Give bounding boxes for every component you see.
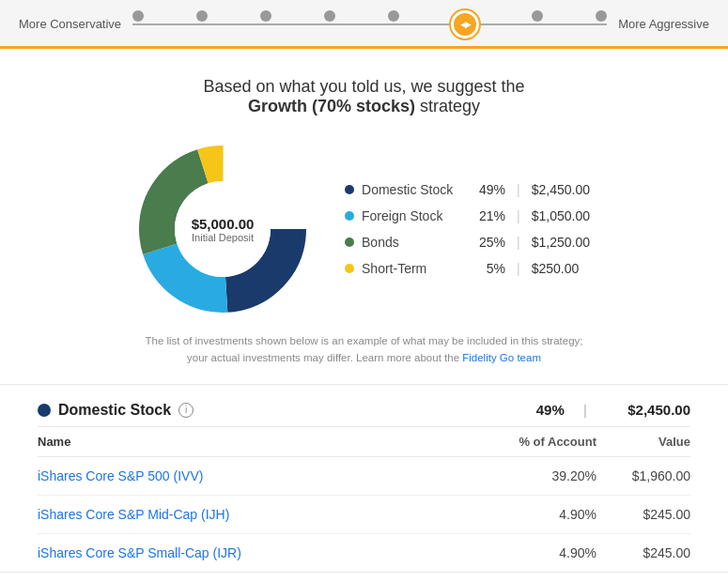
legend-dot-3 — [345, 264, 354, 273]
legend-name-0: Domestic Stock — [362, 182, 465, 197]
domestic-stock-header: Domestic Stock i 49% | $2,450.00 — [38, 385, 690, 427]
slider-dot-1[interactable] — [132, 10, 144, 22]
legend-pct-0: 49% — [472, 182, 505, 197]
slider-dot-7[interactable] — [532, 10, 543, 22]
donut-center: $5,000.00 Initial Deposit — [192, 216, 255, 243]
col-name-header: Name — [38, 435, 474, 449]
legend-val-1: $1,050.00 — [532, 208, 590, 223]
slider-right-label: More Aggressive — [618, 17, 709, 31]
slider-dot-3[interactable] — [260, 10, 271, 22]
suggestion-line2: strategy — [415, 97, 480, 115]
fidelity-go-link[interactable]: Fidelity Go team — [462, 352, 541, 363]
domestic-header-right: 49% | $2,450.00 — [536, 402, 690, 418]
legend-name-2: Bonds — [362, 235, 465, 250]
slider-section: More Conservative More Aggressive — [0, 0, 728, 49]
row-val-1: $245.00 — [596, 507, 690, 522]
row-name-0[interactable]: iShares Core S&P 500 (IVV) — [38, 468, 474, 483]
row-pct-2: 4.90% — [474, 545, 596, 560]
legend-item-0: Domestic Stock 49% | $2,450.00 — [345, 182, 590, 197]
domestic-header-left: Domestic Stock i — [38, 402, 536, 419]
legend-name-1: Foreign Stock — [362, 208, 465, 223]
legend-val-2: $1,250.00 — [532, 235, 590, 250]
row-pct-1: 4.90% — [474, 507, 596, 522]
slider-dots — [132, 10, 607, 38]
col-val-header: Value — [596, 435, 690, 449]
domestic-info-icon[interactable]: i — [178, 403, 194, 418]
suggestion-line1: Based on what you told us, we suggest th… — [203, 77, 524, 96]
legend-pct-1: 21% — [472, 208, 505, 223]
slider-dot-4[interactable] — [324, 10, 335, 22]
row-name-2[interactable]: iShares Core S&P Small-Cap (IJR) — [38, 545, 474, 560]
donut-label: Initial Deposit — [192, 232, 255, 243]
domestic-title: Domestic Stock — [58, 402, 171, 419]
row-val-0: $1,960.00 — [596, 468, 690, 483]
legend-name-3: Short-Term — [362, 261, 465, 276]
legend-item-1: Foreign Stock 21% | $1,050.00 — [345, 208, 590, 223]
slider-row: More Conservative More Aggressive — [19, 17, 709, 46]
table-row: iShares Core S&P Mid-Cap (IJH) 4.90% $24… — [38, 496, 690, 534]
disclaimer-text1: The list of investments shown below is a… — [146, 335, 583, 346]
domestic-dot — [38, 404, 51, 417]
suggestion-strategy: Growth (70% stocks) — [248, 97, 415, 115]
donut-chart: $5,000.00 Initial Deposit — [138, 145, 307, 314]
legend-dot-1 — [345, 211, 354, 221]
legend-val-0: $2,450.00 — [532, 182, 590, 197]
section-divider — [0, 572, 728, 573]
slider-track[interactable] — [132, 22, 607, 27]
row-name-1[interactable]: iShares Core S&P Mid-Cap (IJH) — [38, 507, 474, 522]
slider-dot-2[interactable] — [196, 10, 208, 22]
legend-pct-3: 5% — [472, 261, 505, 276]
donut-amount: $5,000.00 — [192, 216, 255, 232]
slider-dot-5[interactable] — [388, 10, 399, 22]
disclaimer: The list of investments shown below is a… — [38, 332, 690, 367]
legend-pct-2: 25% — [472, 235, 505, 250]
table-row: iShares Core S&P 500 (IVV) 39.20% $1,960… — [38, 457, 690, 496]
domestic-table-rows: iShares Core S&P 500 (IVV) 39.20% $1,960… — [38, 457, 690, 572]
legend-item-2: Bonds 25% | $1,250.00 — [345, 235, 590, 250]
suggestion-text: Based on what you told us, we suggest th… — [38, 77, 690, 116]
main-content: Based on what you told us, we suggest th… — [0, 49, 728, 582]
domestic-table-header: Name % of Account Value — [38, 427, 690, 457]
slider-dot-6[interactable] — [451, 10, 479, 38]
table-row: iShares Core S&P Small-Cap (IJR) 4.90% $… — [38, 534, 690, 572]
chart-legend: Domestic Stock 49% | $2,450.00 Foreign S… — [345, 182, 590, 276]
legend-item-3: Short-Term 5% | $250.00 — [345, 261, 590, 276]
chart-legend-row: $5,000.00 Initial Deposit Domestic Stock… — [38, 145, 690, 314]
disclaimer-text2: your actual investments may differ. Lear… — [187, 352, 462, 363]
domestic-pct: 49% — [536, 402, 565, 418]
legend-dot-0 — [345, 185, 354, 194]
domestic-stock-section: Domestic Stock i 49% | $2,450.00 Name % … — [38, 385, 690, 572]
domestic-val: $2,450.00 — [606, 402, 690, 418]
row-val-2: $245.00 — [596, 545, 690, 560]
col-pct-header: % of Account — [474, 435, 596, 449]
row-pct-0: 39.20% — [474, 468, 596, 483]
slider-left-label: More Conservative — [19, 17, 121, 31]
legend-dot-2 — [345, 237, 354, 247]
slider-dot-8[interactable] — [596, 10, 607, 22]
legend-val-3: $250.00 — [532, 261, 580, 276]
